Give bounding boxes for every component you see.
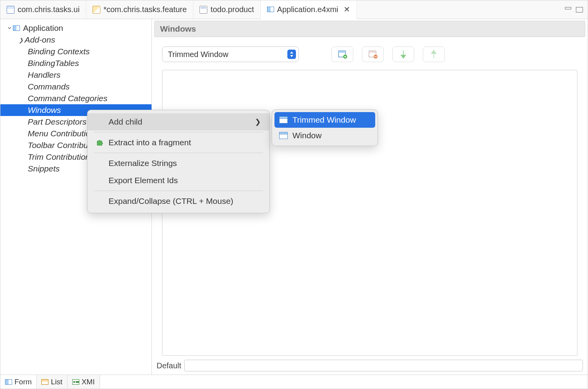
tab-label: Application.e4xmi <box>277 5 339 14</box>
context-menu: Add child ❯ Extract into a fragment Exte… <box>87 110 270 213</box>
move-up-button[interactable] <box>423 46 445 62</box>
source-tab-list[interactable]: List <box>37 375 68 389</box>
tree-item-binding-contexts[interactable]: Binding Contexts <box>0 46 151 57</box>
ctx-extract-fragment[interactable]: Extract into a fragment <box>87 134 269 151</box>
source-tab-xmi[interactable]: XMI <box>68 375 100 389</box>
ctx-externalize-strings[interactable]: Externalize Strings <box>87 155 269 172</box>
expand-toggle-icon[interactable] <box>18 37 25 43</box>
tree-item-handlers[interactable]: Handlers <box>0 69 151 81</box>
move-down-button[interactable] <box>392 46 414 62</box>
ctx-label: Externalize Strings <box>109 159 177 168</box>
tabbar-spacer <box>357 0 588 19</box>
ctx-label: Expand/Collapse (CTRL + Mouse) <box>109 196 233 206</box>
expand-toggle-icon[interactable] <box>6 24 13 32</box>
tree-label: Commands <box>28 82 69 91</box>
detail-toolbar: Trimmed Window <box>152 39 588 66</box>
default-label: Default <box>157 361 181 370</box>
maximize-view-icon[interactable] <box>576 7 583 12</box>
source-tab-label: XMI <box>82 378 95 386</box>
remove-button[interactable] <box>362 46 384 62</box>
file-icon <box>200 6 207 14</box>
window-icon <box>279 132 288 139</box>
form-icon <box>5 379 12 385</box>
tab-application-e4xmi[interactable]: Application.e4xmi ✕ <box>261 1 357 19</box>
tab-label: com.chris.tasks.ui <box>18 5 80 14</box>
file-icon <box>267 7 274 12</box>
tab-label: todo.product <box>210 5 254 14</box>
add-child-submenu: Trimmed Window Window <box>272 109 378 146</box>
submenu-arrow-icon: ❯ <box>255 118 261 126</box>
editor-tabbar: com.chris.tasks.ui *com.chris.tasks.feat… <box>0 0 588 19</box>
ctx-label: Add child <box>109 117 142 127</box>
tree-label: Command Categories <box>28 94 107 103</box>
source-tab-form[interactable]: Form <box>0 375 37 389</box>
tree-item-binding-tables[interactable]: BindingTables <box>0 57 151 69</box>
list-icon <box>41 379 48 385</box>
close-icon[interactable]: ✕ <box>344 5 350 14</box>
tree-item-commands[interactable]: Commands <box>0 81 151 93</box>
source-tab-label: List <box>51 378 62 386</box>
combo-value: Trimmed Window <box>168 50 228 59</box>
window-icon <box>279 116 288 123</box>
application-icon <box>13 25 20 31</box>
source-tabs: Form List XMI <box>0 375 588 389</box>
section-title: Windows <box>154 21 585 37</box>
ctx-label: Export Element Ids <box>109 176 178 185</box>
tree-root-application[interactable]: Application <box>0 22 151 34</box>
minimize-view-icon[interactable] <box>565 7 571 9</box>
tab-todo-product[interactable]: todo.product <box>193 0 260 19</box>
tree-label: Part Descriptors <box>28 117 87 127</box>
submenu-label: Trimmed Window <box>292 115 356 125</box>
tree-item-addons[interactable]: Add-ons <box>0 34 151 46</box>
tree-label: Add-ons <box>25 35 55 45</box>
combo-dropdown-icon[interactable] <box>287 50 296 59</box>
ctx-export-element-ids[interactable]: Export Element Ids <box>87 172 269 189</box>
tree-label: BindingTables <box>28 59 79 68</box>
ctx-separator <box>94 191 263 191</box>
add-button[interactable] <box>331 46 353 62</box>
puzzle-icon <box>96 139 104 146</box>
ctx-separator <box>94 153 263 153</box>
file-icon <box>93 6 100 14</box>
ctx-label: Extract into a fragment <box>109 138 191 147</box>
default-field-row: Default <box>152 358 588 375</box>
file-icon <box>7 6 14 14</box>
tree-label: Snippets <box>28 164 60 173</box>
tree-item-command-categories[interactable]: Command Categories <box>0 93 151 104</box>
tree-label: Handlers <box>28 70 61 80</box>
tab-label: *com.chris.tasks.feature <box>103 5 187 14</box>
ctx-expand-collapse[interactable]: Expand/Collapse (CTRL + Mouse) <box>87 193 269 210</box>
ctx-separator <box>94 132 263 132</box>
submenu-trimmed-window[interactable]: Trimmed Window <box>274 112 375 128</box>
tree-label: Trim Contributions <box>28 152 94 162</box>
xmi-icon <box>72 379 79 385</box>
source-tab-label: Form <box>14 378 32 386</box>
tab-tasks-ui[interactable]: com.chris.tasks.ui <box>0 0 86 19</box>
submenu-window[interactable]: Window <box>274 128 375 143</box>
tree-label: Binding Contexts <box>28 47 90 56</box>
window-type-combo[interactable]: Trimmed Window <box>162 46 299 62</box>
submenu-label: Window <box>292 131 322 140</box>
tab-tasks-feature[interactable]: *com.chris.tasks.feature <box>86 0 193 19</box>
svg-rect-1 <box>339 51 346 53</box>
svg-rect-4 <box>369 51 376 53</box>
ctx-add-child[interactable]: Add child ❯ <box>87 113 269 130</box>
tree-label: Windows <box>28 105 61 115</box>
tree-label: Application <box>23 23 63 33</box>
default-input[interactable] <box>184 360 583 371</box>
